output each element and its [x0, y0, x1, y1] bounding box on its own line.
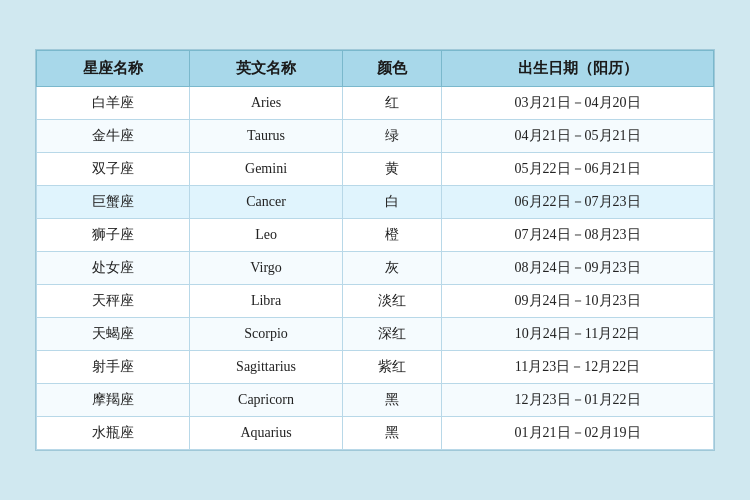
cell-english-name: Aries: [190, 87, 343, 120]
cell-dates: 07月24日－08月23日: [442, 219, 714, 252]
table-row: 狮子座Leo橙07月24日－08月23日: [37, 219, 714, 252]
cell-chinese-name: 天秤座: [37, 285, 190, 318]
table-row: 射手座Sagittarius紫红11月23日－12月22日: [37, 351, 714, 384]
cell-chinese-name: 水瓶座: [37, 417, 190, 450]
cell-color: 深红: [343, 318, 442, 351]
cell-chinese-name: 巨蟹座: [37, 186, 190, 219]
cell-color: 紫红: [343, 351, 442, 384]
cell-dates: 06月22日－07月23日: [442, 186, 714, 219]
table-row: 白羊座Aries红03月21日－04月20日: [37, 87, 714, 120]
cell-english-name: Leo: [190, 219, 343, 252]
cell-color: 白: [343, 186, 442, 219]
table-row: 金牛座Taurus绿04月21日－05月21日: [37, 120, 714, 153]
table-body: 白羊座Aries红03月21日－04月20日金牛座Taurus绿04月21日－0…: [37, 87, 714, 450]
cell-color: 红: [343, 87, 442, 120]
cell-dates: 04月21日－05月21日: [442, 120, 714, 153]
cell-chinese-name: 处女座: [37, 252, 190, 285]
header-english-name: 英文名称: [190, 51, 343, 87]
cell-english-name: Aquarius: [190, 417, 343, 450]
table-row: 处女座Virgo灰08月24日－09月23日: [37, 252, 714, 285]
cell-color: 黄: [343, 153, 442, 186]
table-row: 巨蟹座Cancer白06月22日－07月23日: [37, 186, 714, 219]
cell-color: 绿: [343, 120, 442, 153]
zodiac-table: 星座名称 英文名称 颜色 出生日期（阳历） 白羊座Aries红03月21日－04…: [36, 50, 714, 450]
cell-english-name: Gemini: [190, 153, 343, 186]
table-row: 水瓶座Aquarius黑01月21日－02月19日: [37, 417, 714, 450]
cell-chinese-name: 射手座: [37, 351, 190, 384]
table-header-row: 星座名称 英文名称 颜色 出生日期（阳历）: [37, 51, 714, 87]
cell-dates: 09月24日－10月23日: [442, 285, 714, 318]
cell-english-name: Capricorn: [190, 384, 343, 417]
cell-chinese-name: 白羊座: [37, 87, 190, 120]
table-row: 双子座Gemini黄05月22日－06月21日: [37, 153, 714, 186]
cell-english-name: Cancer: [190, 186, 343, 219]
cell-english-name: Libra: [190, 285, 343, 318]
cell-color: 黑: [343, 417, 442, 450]
zodiac-table-container: 星座名称 英文名称 颜色 出生日期（阳历） 白羊座Aries红03月21日－04…: [35, 49, 715, 451]
cell-dates: 11月23日－12月22日: [442, 351, 714, 384]
cell-english-name: Virgo: [190, 252, 343, 285]
header-color: 颜色: [343, 51, 442, 87]
cell-dates: 05月22日－06月21日: [442, 153, 714, 186]
cell-dates: 03月21日－04月20日: [442, 87, 714, 120]
cell-color: 淡红: [343, 285, 442, 318]
table-row: 摩羯座Capricorn黑12月23日－01月22日: [37, 384, 714, 417]
cell-english-name: Scorpio: [190, 318, 343, 351]
cell-chinese-name: 金牛座: [37, 120, 190, 153]
table-row: 天秤座Libra淡红09月24日－10月23日: [37, 285, 714, 318]
cell-chinese-name: 摩羯座: [37, 384, 190, 417]
cell-color: 灰: [343, 252, 442, 285]
cell-color: 黑: [343, 384, 442, 417]
cell-dates: 01月21日－02月19日: [442, 417, 714, 450]
cell-chinese-name: 天蝎座: [37, 318, 190, 351]
cell-dates: 10月24日－11月22日: [442, 318, 714, 351]
header-chinese-name: 星座名称: [37, 51, 190, 87]
header-dates: 出生日期（阳历）: [442, 51, 714, 87]
cell-chinese-name: 双子座: [37, 153, 190, 186]
cell-chinese-name: 狮子座: [37, 219, 190, 252]
table-row: 天蝎座Scorpio深红10月24日－11月22日: [37, 318, 714, 351]
cell-dates: 12月23日－01月22日: [442, 384, 714, 417]
cell-english-name: Sagittarius: [190, 351, 343, 384]
cell-color: 橙: [343, 219, 442, 252]
cell-dates: 08月24日－09月23日: [442, 252, 714, 285]
cell-english-name: Taurus: [190, 120, 343, 153]
